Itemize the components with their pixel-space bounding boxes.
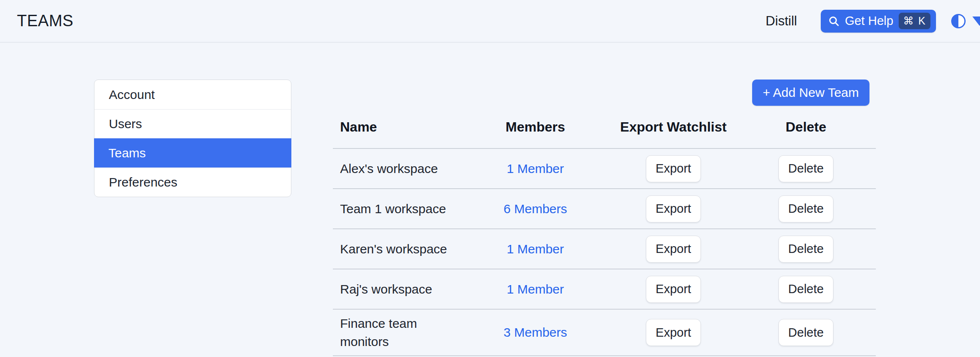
sidebar-item-teams[interactable]: Teams [94, 138, 291, 168]
get-help-label: Get Help [845, 14, 893, 28]
top-bar-right: Distill Get Help ⌘ K [766, 0, 980, 42]
table-row: Karen's workspace 1 Member Export Delete [333, 229, 876, 269]
table-header-row: Name Members Export Watchlist Delete [333, 106, 876, 149]
members-link[interactable]: 1 Member [507, 282, 564, 296]
members-link[interactable]: 6 Members [504, 202, 567, 216]
get-help-button[interactable]: Get Help ⌘ K [821, 10, 936, 33]
team-name: Raj's workspace [333, 280, 460, 299]
delete-button[interactable]: Delete [778, 155, 833, 182]
page-title: TEAMS [17, 12, 73, 30]
add-new-team-button[interactable]: + Add New Team [752, 80, 869, 106]
caret-down-icon[interactable] [972, 16, 980, 26]
sidebar-item-users[interactable]: Users [94, 109, 291, 138]
export-button[interactable]: Export [646, 195, 701, 222]
half-circle-contrast-icon[interactable] [950, 13, 966, 29]
export-button[interactable]: Export [646, 319, 701, 346]
delete-button[interactable]: Delete [778, 236, 833, 263]
export-button[interactable]: Export [646, 276, 701, 303]
delete-button[interactable]: Delete [778, 276, 833, 303]
table-row: Raj's workspace 1 Member Export Delete [333, 269, 876, 310]
add-team-row: + Add New Team [333, 80, 876, 106]
members-link[interactable]: 1 Member [507, 162, 564, 176]
table-row: Finance team monitors 3 Members Export D… [333, 310, 876, 356]
search-icon [828, 16, 839, 27]
team-name: Karen's workspace [333, 240, 460, 258]
keyboard-shortcut-badge: ⌘ K [899, 13, 930, 29]
column-header-members: Members [460, 119, 611, 135]
members-link[interactable]: 1 Member [507, 242, 564, 256]
team-name: Team 1 workspace [333, 200, 460, 218]
team-name: Alex's workspace [333, 159, 460, 178]
table-row: Team 1 workspace 6 Members Export Delete [333, 189, 876, 229]
sidebar-item-account[interactable]: Account [94, 80, 291, 109]
settings-sidebar: Account Users Teams Preferences [94, 80, 291, 197]
delete-button[interactable]: Delete [778, 195, 833, 222]
brand-name: Distill [766, 14, 797, 29]
top-bar: TEAMS Distill Get Help ⌘ K [0, 0, 980, 43]
export-button[interactable]: Export [646, 155, 701, 182]
members-link[interactable]: 3 Members [504, 325, 567, 339]
teams-panel: + Add New Team Name Members Export Watch… [333, 80, 876, 356]
delete-button[interactable]: Delete [778, 319, 833, 346]
export-button[interactable]: Export [646, 236, 701, 263]
table-row: Alex's workspace 1 Member Export Delete [333, 149, 876, 189]
column-header-export-watchlist: Export Watchlist [611, 119, 736, 135]
column-header-delete: Delete [736, 119, 876, 135]
team-name: Finance team monitors [333, 314, 460, 351]
column-header-name: Name [333, 119, 460, 135]
sidebar-item-preferences[interactable]: Preferences [94, 168, 291, 197]
